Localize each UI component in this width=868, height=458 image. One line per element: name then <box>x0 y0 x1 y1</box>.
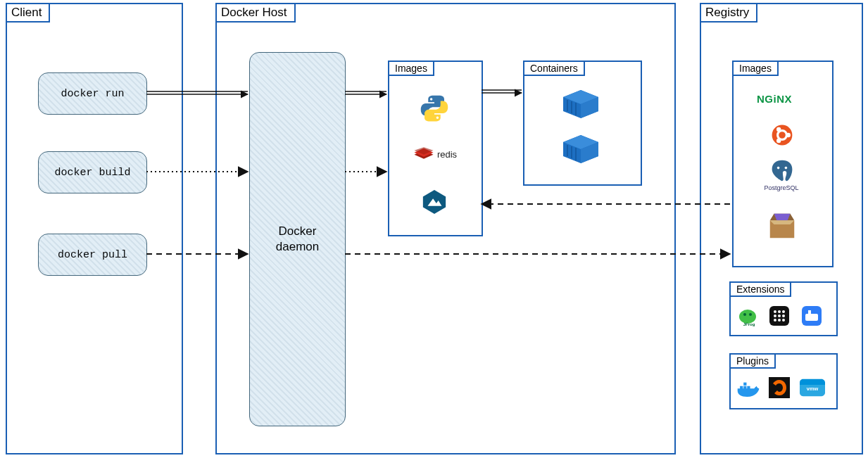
alpine-icon <box>421 189 448 215</box>
docker-daemon: Docker daemon <box>249 52 346 426</box>
registry-images-title: Images <box>732 61 779 76</box>
jfrog-icon: JFrog <box>738 307 760 326</box>
diagram-canvas: Client docker run docker build docker pu… <box>0 0 868 458</box>
svg-rect-33 <box>747 386 750 389</box>
nginx-icon: NGiNX <box>757 93 792 105</box>
svg-point-12 <box>777 167 780 170</box>
svg-point-24 <box>782 314 785 317</box>
client-panel: Client <box>6 3 183 454</box>
svg-point-13 <box>785 167 788 170</box>
python-icon <box>420 94 449 123</box>
registry-plugins-title: Plugins <box>729 353 776 369</box>
svg-point-11 <box>776 139 781 143</box>
svg-point-20 <box>778 310 781 313</box>
svg-point-21 <box>782 310 785 313</box>
svg-point-16 <box>749 313 752 316</box>
svg-point-27 <box>782 319 785 322</box>
postgresql-label: PostgreSQL <box>760 184 803 191</box>
svg-point-9 <box>786 133 791 137</box>
cmd-docker-pull: docker pull <box>38 234 147 276</box>
redis-icon: redis <box>408 144 462 165</box>
docker-whale-icon <box>736 380 760 398</box>
container-icon-1 <box>563 90 598 118</box>
svg-point-25 <box>774 319 776 322</box>
svg-text:vmw: vmw <box>807 386 819 392</box>
svg-rect-31 <box>740 386 743 389</box>
svg-point-26 <box>778 319 781 322</box>
svg-point-10 <box>776 127 781 132</box>
svg-point-15 <box>743 313 746 316</box>
cmd-docker-build: docker build <box>38 151 147 193</box>
portainer-icon <box>769 305 790 326</box>
redis-label: redis <box>437 149 457 160</box>
svg-point-19 <box>774 310 776 313</box>
container-icon-2 <box>563 135 598 163</box>
ubuntu-icon <box>771 124 793 146</box>
package-box-icon <box>766 210 798 242</box>
host-title: Docker Host <box>217 4 296 23</box>
containers-box: Containers <box>523 61 642 186</box>
client-title: Client <box>7 4 50 23</box>
vmware-icon: vmw <box>800 379 825 397</box>
registry-title: Registry <box>701 4 757 23</box>
svg-rect-34 <box>743 383 746 386</box>
svg-point-22 <box>774 314 776 317</box>
svg-text:JFrog: JFrog <box>743 322 755 326</box>
rancher-icon <box>801 305 822 326</box>
postgresql-icon <box>769 159 795 184</box>
svg-rect-30 <box>808 310 811 314</box>
svg-rect-32 <box>743 386 746 389</box>
grafana-icon <box>769 377 790 398</box>
svg-rect-29 <box>805 314 818 321</box>
svg-point-14 <box>739 310 756 324</box>
registry-extensions-title: Extensions <box>729 281 791 297</box>
containers-title: Containers <box>523 61 585 76</box>
daemon-label: Docker daemon <box>276 224 319 255</box>
svg-point-23 <box>778 314 781 317</box>
cmd-docker-run: docker run <box>38 72 147 115</box>
host-images-title: Images <box>388 61 434 76</box>
